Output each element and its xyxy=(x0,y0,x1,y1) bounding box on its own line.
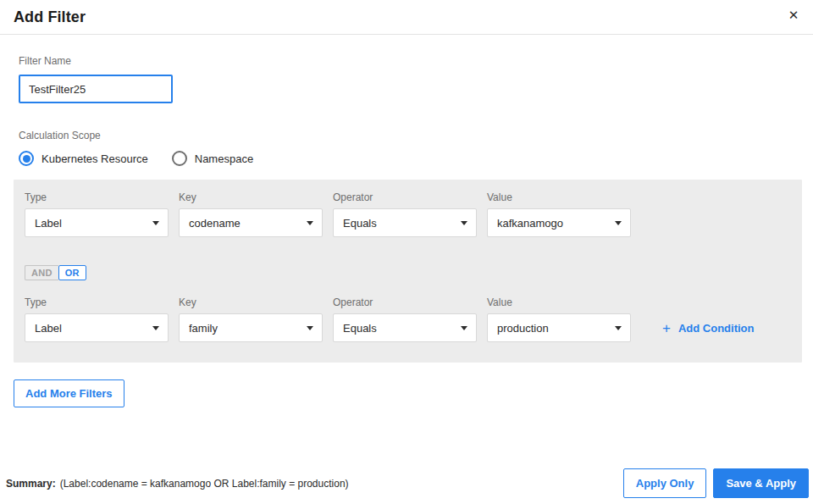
key-dropdown[interactable]: codename xyxy=(179,208,323,237)
summary-label: Summary: xyxy=(6,478,56,490)
condition-key-field: Key family xyxy=(179,296,323,342)
condition-operator-field: Operator Equals xyxy=(333,296,477,342)
type-dropdown[interactable]: Label xyxy=(25,208,169,237)
filter-name-label: Filter Name xyxy=(19,55,813,67)
type-dropdown[interactable]: Label xyxy=(25,313,169,342)
key-label: Key xyxy=(179,296,323,308)
chevron-down-icon xyxy=(461,221,467,225)
operator-label: Operator xyxy=(333,191,477,203)
filter-summary: Summary:(Label:codename = kafkanamogo OR… xyxy=(6,478,623,490)
chevron-down-icon xyxy=(615,326,622,330)
operator-dropdown[interactable]: Equals xyxy=(333,313,477,342)
summary-text: (Label:codename = kafkanamogo OR Label:f… xyxy=(60,478,349,490)
chevron-down-icon xyxy=(152,221,159,225)
chevron-down-icon xyxy=(307,326,313,330)
operator-dropdown[interactable]: Equals xyxy=(333,208,477,237)
apply-only-button[interactable]: Apply Only xyxy=(623,468,707,498)
condition-operator-field: Operator Equals xyxy=(333,191,477,237)
chevron-down-icon xyxy=(461,326,467,330)
dialog-footer: Summary:(Label:codename = kafkanamogo OR… xyxy=(0,468,813,498)
conditions-panel: Type Label Key codename Operator xyxy=(14,180,802,363)
key-label: Key xyxy=(179,191,323,203)
radio-namespace[interactable]: Namespace xyxy=(172,151,253,166)
condition-row-2: Type Label Key family Operator xyxy=(25,296,791,342)
key-dropdown[interactable]: family xyxy=(179,313,323,342)
condition-type-field: Type Label xyxy=(25,296,169,342)
filter-name-input[interactable] xyxy=(19,75,173,103)
plus-icon: + xyxy=(662,321,671,335)
value-label: Value xyxy=(487,296,631,308)
calculation-scope-radio-group: Kubernetes Resource Namespace xyxy=(19,150,813,167)
logic-toggle: AND OR xyxy=(25,265,791,280)
condition-value-field: Value production xyxy=(487,296,631,342)
radio-label: Kubernetes Resource xyxy=(41,152,148,165)
chevron-down-icon xyxy=(615,221,622,225)
add-filter-dialog: Add Filter ✕ Filter Name Calculation Sco… xyxy=(0,0,813,407)
radio-unselected-icon[interactable] xyxy=(172,151,187,166)
chevron-down-icon xyxy=(307,221,313,225)
radio-label: Namespace xyxy=(195,152,253,165)
add-more-filters-button[interactable]: Add More Filters xyxy=(14,379,124,407)
condition-value-field: Value kafkanamogo xyxy=(487,191,631,237)
condition-key-field: Key codename xyxy=(179,191,323,237)
dialog-header: Add Filter ✕ xyxy=(0,0,813,35)
and-toggle-button[interactable]: AND xyxy=(25,265,58,280)
chevron-down-icon xyxy=(152,326,159,330)
value-dropdown[interactable]: production xyxy=(487,313,631,342)
condition-row-1: Type Label Key codename Operator xyxy=(25,191,791,237)
value-label: Value xyxy=(487,191,631,203)
page-title: Add Filter xyxy=(14,8,86,26)
value-dropdown[interactable]: kafkanamogo xyxy=(487,208,631,237)
calculation-scope-label: Calculation Scope xyxy=(19,130,813,141)
type-label: Type xyxy=(25,296,169,308)
close-icon[interactable]: ✕ xyxy=(784,6,803,25)
type-label: Type xyxy=(25,191,169,203)
or-toggle-button[interactable]: OR xyxy=(58,265,86,280)
radio-kubernetes-resource[interactable]: Kubernetes Resource xyxy=(19,151,148,166)
radio-selected-icon[interactable] xyxy=(19,151,34,166)
operator-label: Operator xyxy=(333,296,477,308)
save-and-apply-button[interactable]: Save & Apply xyxy=(713,468,809,498)
condition-type-field: Type Label xyxy=(25,191,169,237)
dialog-content: Filter Name Calculation Scope Kubernetes… xyxy=(0,55,813,407)
add-condition-button[interactable]: + Add Condition xyxy=(662,313,754,342)
